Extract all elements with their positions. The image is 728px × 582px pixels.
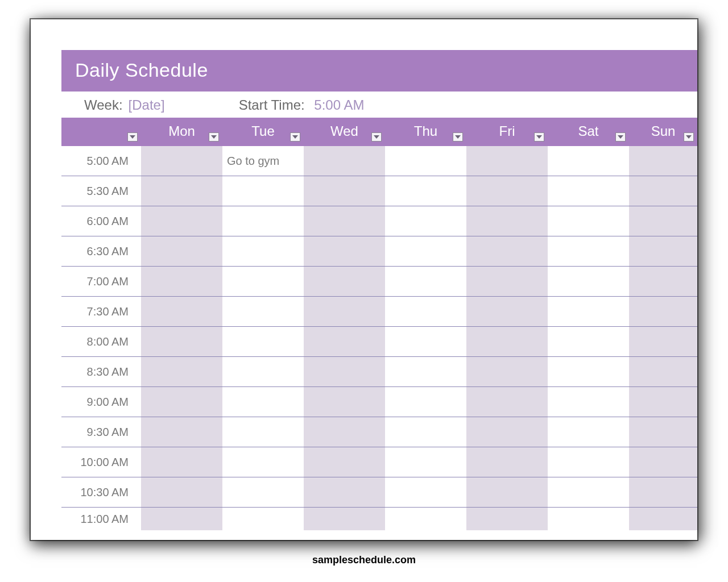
schedule-cell[interactable]	[466, 477, 548, 508]
schedule-cell[interactable]	[304, 236, 385, 267]
schedule-cell[interactable]	[304, 327, 385, 357]
schedule-cell[interactable]	[629, 357, 697, 387]
schedule-cell[interactable]	[222, 297, 304, 327]
column-header-thu[interactable]: Thu	[385, 118, 466, 146]
schedule-cell[interactable]	[141, 297, 222, 327]
schedule-cell[interactable]	[222, 387, 304, 417]
schedule-cell[interactable]	[466, 146, 548, 176]
schedule-cell[interactable]	[548, 417, 629, 447]
schedule-cell[interactable]	[222, 417, 304, 447]
filter-dropdown-icon[interactable]	[127, 132, 138, 142]
schedule-cell[interactable]	[385, 477, 466, 508]
schedule-cell[interactable]	[385, 417, 466, 447]
schedule-cell[interactable]	[222, 447, 304, 477]
schedule-cell[interactable]	[629, 447, 697, 477]
schedule-cell[interactable]	[548, 146, 629, 176]
schedule-cell[interactable]	[629, 236, 697, 267]
schedule-cell[interactable]	[222, 327, 304, 357]
schedule-cell[interactable]	[385, 387, 466, 417]
schedule-cell[interactable]	[629, 206, 697, 236]
schedule-cell[interactable]	[466, 357, 548, 387]
schedule-cell[interactable]	[466, 508, 548, 531]
schedule-cell[interactable]	[466, 267, 548, 297]
schedule-cell[interactable]	[222, 236, 304, 267]
column-header-tue[interactable]: Tue	[222, 118, 304, 146]
schedule-cell[interactable]	[548, 477, 629, 508]
schedule-cell[interactable]	[304, 477, 385, 508]
schedule-cell[interactable]	[385, 267, 466, 297]
column-header-sat[interactable]: Sat	[548, 118, 629, 146]
schedule-cell[interactable]	[548, 447, 629, 477]
schedule-cell[interactable]	[629, 176, 697, 206]
schedule-cell[interactable]	[466, 417, 548, 447]
schedule-cell[interactable]	[548, 267, 629, 297]
schedule-cell[interactable]	[141, 146, 222, 176]
schedule-cell[interactable]	[385, 447, 466, 477]
filter-dropdown-icon[interactable]	[209, 132, 219, 142]
schedule-cell[interactable]	[466, 297, 548, 327]
filter-dropdown-icon[interactable]	[534, 132, 544, 142]
week-value[interactable]: [Date]	[129, 97, 165, 113]
schedule-cell[interactable]	[385, 176, 466, 206]
schedule-cell[interactable]	[385, 357, 466, 387]
filter-dropdown-icon[interactable]	[453, 132, 463, 142]
schedule-cell[interactable]	[222, 508, 304, 531]
schedule-cell[interactable]	[222, 477, 304, 508]
schedule-cell[interactable]	[629, 327, 697, 357]
schedule-cell[interactable]	[629, 267, 697, 297]
schedule-cell[interactable]	[141, 357, 222, 387]
schedule-cell[interactable]	[629, 297, 697, 327]
schedule-cell[interactable]	[385, 327, 466, 357]
schedule-cell[interactable]	[141, 477, 222, 508]
schedule-cell[interactable]	[222, 206, 304, 236]
schedule-cell[interactable]	[222, 176, 304, 206]
schedule-cell[interactable]	[385, 146, 466, 176]
schedule-cell[interactable]	[385, 206, 466, 236]
schedule-cell[interactable]	[222, 357, 304, 387]
schedule-cell[interactable]	[222, 267, 304, 297]
schedule-cell[interactable]	[304, 508, 385, 531]
schedule-cell[interactable]	[141, 236, 222, 267]
filter-dropdown-icon[interactable]	[371, 132, 382, 142]
filter-dropdown-icon[interactable]	[290, 132, 300, 142]
schedule-cell[interactable]	[385, 508, 466, 531]
schedule-cell[interactable]	[466, 176, 548, 206]
schedule-cell[interactable]	[548, 357, 629, 387]
schedule-cell[interactable]	[304, 267, 385, 297]
schedule-cell[interactable]	[466, 327, 548, 357]
schedule-cell[interactable]	[548, 236, 629, 267]
schedule-cell[interactable]	[304, 447, 385, 477]
schedule-cell[interactable]	[629, 146, 697, 176]
schedule-cell[interactable]	[466, 236, 548, 267]
schedule-cell[interactable]	[385, 297, 466, 327]
schedule-cell[interactable]	[466, 447, 548, 477]
schedule-cell[interactable]	[304, 357, 385, 387]
schedule-cell[interactable]	[141, 447, 222, 477]
schedule-cell[interactable]	[304, 297, 385, 327]
column-header-sun[interactable]: Sun	[629, 118, 697, 146]
schedule-cell[interactable]	[141, 267, 222, 297]
schedule-cell[interactable]	[385, 236, 466, 267]
schedule-cell[interactable]	[548, 387, 629, 417]
schedule-cell[interactable]	[141, 206, 222, 236]
column-header-wed[interactable]: Wed	[304, 118, 385, 146]
schedule-cell[interactable]	[548, 206, 629, 236]
schedule-cell[interactable]	[629, 417, 697, 447]
schedule-cell[interactable]	[141, 327, 222, 357]
schedule-cell[interactable]	[629, 477, 697, 508]
schedule-cell[interactable]	[141, 417, 222, 447]
schedule-cell[interactable]	[466, 387, 548, 417]
column-header-mon[interactable]: Mon	[141, 118, 222, 146]
start-time-value[interactable]: 5:00 AM	[314, 97, 364, 113]
schedule-cell[interactable]	[548, 297, 629, 327]
schedule-cell[interactable]	[141, 508, 222, 531]
schedule-cell[interactable]	[141, 176, 222, 206]
schedule-cell[interactable]	[304, 146, 385, 176]
schedule-cell[interactable]: Go to gym	[222, 146, 304, 176]
filter-dropdown-icon[interactable]	[615, 132, 626, 142]
schedule-cell[interactable]	[548, 327, 629, 357]
schedule-cell[interactable]	[304, 206, 385, 236]
schedule-cell[interactable]	[629, 508, 697, 531]
column-header-time[interactable]	[61, 118, 141, 146]
schedule-cell[interactable]	[304, 387, 385, 417]
